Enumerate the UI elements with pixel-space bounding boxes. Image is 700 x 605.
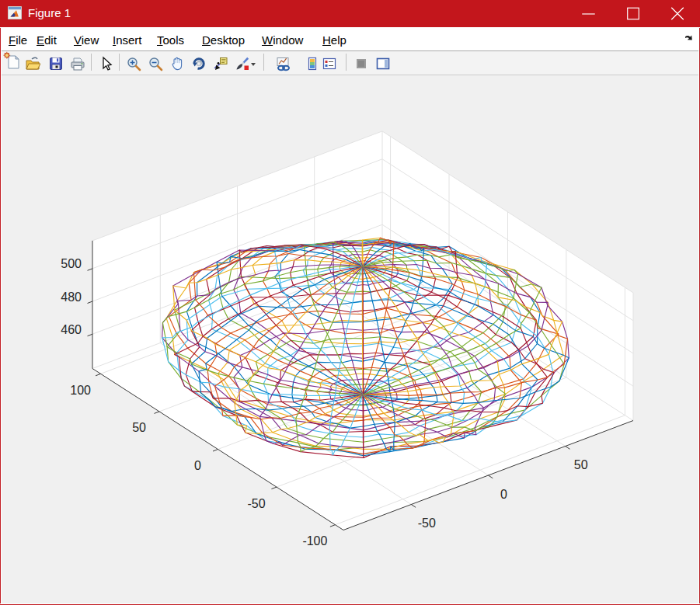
svg-text:0: 0	[500, 488, 507, 501]
svg-text:480: 480	[61, 290, 82, 304]
svg-text:50: 50	[132, 421, 146, 434]
svg-text:50: 50	[574, 458, 588, 471]
svg-text:460: 460	[61, 323, 82, 336]
svg-text:0: 0	[194, 459, 201, 472]
svg-text:-100: -100	[302, 534, 327, 548]
svg-text:500: 500	[61, 257, 82, 270]
svg-text:-50: -50	[418, 516, 436, 530]
svg-text:-50: -50	[247, 497, 265, 510]
svg-text:100: 100	[70, 384, 91, 397]
